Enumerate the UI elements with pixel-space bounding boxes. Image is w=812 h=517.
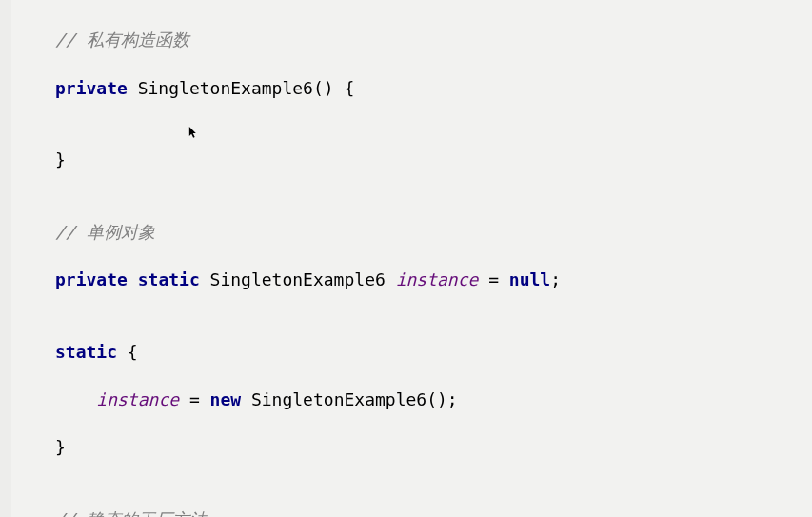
close-brace: } [55, 149, 66, 169]
open-brace: { [117, 342, 138, 362]
code-line: } [13, 148, 812, 171]
gutter [0, 0, 11, 517]
code-line: // 单例对象 [13, 220, 812, 244]
keyword-private: private [55, 269, 128, 289]
code-text: SingletonExample6(); [241, 389, 458, 409]
code-editor[interactable]: // 私有构造函数 private SingletonExample6() { … [0, 0, 812, 517]
code-text: SingletonExample6 [200, 269, 396, 289]
code-text: SingletonExample6() { [128, 78, 354, 98]
code-line: private SingletonExample6() { [13, 76, 812, 100]
field-instance: instance [96, 389, 179, 409]
code-line: } [13, 435, 812, 459]
keyword-new: new [210, 389, 242, 409]
code-line: instance = new SingletonExample6(); [13, 388, 812, 411]
code-line: private static SingletonExample6 instanc… [13, 268, 812, 291]
code-line: // 私有构造函数 [13, 28, 812, 51]
keyword-static: static [138, 269, 200, 289]
keyword-null: null [509, 269, 550, 289]
code-text: = [478, 269, 509, 289]
keyword-static: static [55, 342, 117, 362]
comment: // 私有构造函数 [55, 30, 189, 50]
comment: // 单例对象 [55, 222, 155, 242]
close-brace: } [55, 437, 66, 457]
semicolon: ; [550, 269, 561, 289]
code-line: // 静态的工厂方法 [13, 507, 812, 517]
comment: // 静态的工厂方法 [55, 509, 207, 517]
code-text: = [179, 389, 210, 409]
field-instance: instance [396, 269, 479, 289]
code-line: static { [13, 340, 812, 364]
keyword-private: private [55, 78, 128, 98]
